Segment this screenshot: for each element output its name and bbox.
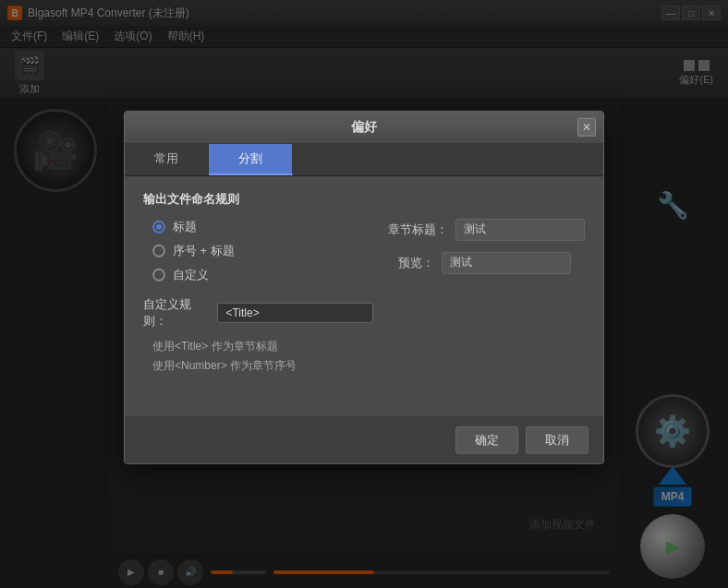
tab-split[interactable]: 分割 (209, 143, 293, 174)
tab-general[interactable]: 常用 (125, 143, 209, 174)
radio-title-label: 标题 (173, 218, 197, 234)
preferences-dialog: 偏好 ✕ 常用 分割 输出文件命名规则 标题 (124, 110, 604, 463)
radio-num-title[interactable]: 序号 + 标题 (152, 242, 373, 258)
dialog-title-bar: 偏好 ✕ (125, 111, 603, 143)
radio-num-title-label: 序号 + 标题 (173, 242, 235, 258)
app-window: B Bigasoft MP4 Converter (未注册) — □ ✕ 文件(… (0, 0, 728, 588)
custom-rule-row: 自定义规则： (143, 295, 373, 329)
dialog-title: 偏好 (351, 118, 377, 135)
radio-custom-label: 自定义 (173, 266, 209, 282)
hint-number: 使用<Number> 作为章节序号 (152, 357, 373, 373)
chapter-title-value: 测试 (455, 218, 585, 240)
dialog-body: 输出文件命名规则 标题 序号 + 标题 (125, 175, 603, 415)
dialog-tabs: 常用 分割 (125, 143, 603, 175)
custom-rule-label: 自定义规则： (143, 295, 210, 329)
cancel-button[interactable]: 取消 (526, 426, 588, 453)
preview-label: 预览： (388, 254, 434, 270)
hint-title: 使用<Title> 作为章节标题 (152, 338, 373, 354)
preview-value: 测试 (442, 251, 571, 273)
radio-title-circle (152, 220, 165, 233)
radio-custom-circle (152, 268, 165, 281)
naming-radio-group: 标题 序号 + 标题 自定义 (152, 218, 373, 282)
dialog-footer: 确定 取消 (125, 415, 603, 462)
custom-rule-input[interactable] (217, 302, 373, 322)
radio-num-title-circle (152, 244, 165, 257)
radio-custom[interactable]: 自定义 (152, 266, 373, 282)
section-title: 输出文件命名规则 (143, 190, 585, 207)
chapter-title-label: 章节标题： (388, 221, 448, 237)
right-fields: 章节标题： 测试 预览： 测试 (373, 218, 585, 377)
radio-title[interactable]: 标题 (152, 218, 373, 234)
confirm-button[interactable]: 确定 (455, 426, 518, 453)
chapter-title-row: 章节标题： 测试 (388, 218, 585, 240)
preview-row: 预览： 测试 (388, 251, 585, 273)
dialog-close-button[interactable]: ✕ (577, 117, 596, 136)
